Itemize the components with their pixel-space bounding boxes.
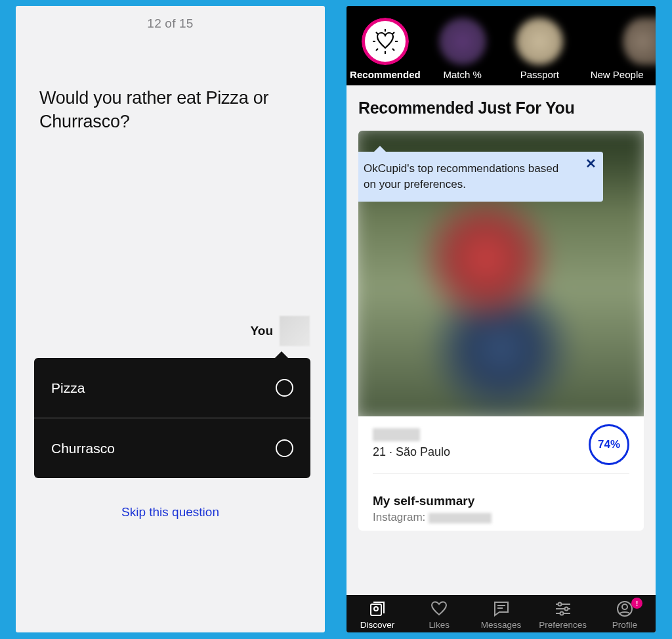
tab-thumb <box>516 18 563 65</box>
svg-point-17 <box>560 612 563 615</box>
info-tooltip: OkCupid's top recommendations based on y… <box>358 152 603 202</box>
tab-recommended[interactable]: Recommended <box>346 18 424 80</box>
match-percent-badge: 74% <box>589 424 629 465</box>
user-indicator: You <box>251 316 310 346</box>
answer-label: Churrasco <box>51 441 115 456</box>
skip-question-link[interactable]: Skip this question <box>16 505 325 519</box>
redacted-text <box>429 513 492 523</box>
heart-icon <box>408 599 470 619</box>
close-icon[interactable]: ✕ <box>585 157 597 170</box>
discover-screen: Recommended Match % Passport New People … <box>346 6 656 632</box>
nav-profile[interactable]: ! Profile <box>594 599 656 630</box>
answer-option-churrasco[interactable]: Churrasco <box>34 418 310 478</box>
svg-point-9 <box>374 607 378 611</box>
nav-label: Messages <box>481 620 522 630</box>
tab-thumb <box>439 18 486 65</box>
nav-label: Likes <box>429 620 450 630</box>
tab-passport[interactable]: Passport <box>501 18 579 80</box>
svg-point-15 <box>564 607 568 611</box>
radio-icon <box>276 379 293 397</box>
message-icon <box>470 599 532 619</box>
recommended-heart-icon <box>362 18 409 65</box>
svg-point-13 <box>558 603 561 606</box>
you-label: You <box>251 324 273 338</box>
divider <box>373 474 629 474</box>
tab-label: Recommended <box>350 69 421 80</box>
profile-name-redacted <box>373 428 420 441</box>
svg-line-6 <box>376 49 378 51</box>
avatar <box>280 316 310 346</box>
radio-icon <box>276 439 293 457</box>
bottom-nav: Discover Likes Messages <box>346 595 656 632</box>
nav-preferences[interactable]: Preferences <box>532 599 594 630</box>
answer-option-pizza[interactable]: Pizza <box>34 358 310 418</box>
tab-new-people[interactable]: New People <box>578 18 656 80</box>
progress-counter: 12 of 15 <box>16 6 325 31</box>
top-tabs: Recommended Match % Passport New People <box>346 6 656 85</box>
tab-match-percent[interactable]: Match % <box>424 18 501 80</box>
nav-label: Profile <box>612 620 637 630</box>
profile-icon <box>594 599 656 619</box>
discover-icon <box>346 599 408 619</box>
section-title: Recommended Just For You <box>358 99 644 118</box>
svg-point-19 <box>622 604 627 609</box>
self-summary-text: Instagram: <box>358 511 644 531</box>
profile-card-body: 21 · São Paulo 74% <box>358 416 644 482</box>
nav-label: Preferences <box>539 620 587 630</box>
svg-line-4 <box>376 32 378 34</box>
nav-discover[interactable]: Discover <box>346 599 408 630</box>
notification-badge: ! <box>631 598 642 609</box>
question-screen: 12 of 15 Would you rather eat Pizza or C… <box>16 6 325 632</box>
profile-card[interactable]: OkCupid's top recommendations based on y… <box>358 131 644 531</box>
answer-group: Pizza Churrasco <box>34 358 310 478</box>
content-area[interactable]: Recommended Just For You OkCupid's top r… <box>346 85 656 595</box>
tooltip-text: OkCupid's top recommendations based on y… <box>364 162 558 190</box>
tab-label: New People <box>591 69 644 80</box>
svg-line-7 <box>392 32 394 34</box>
self-summary-heading: My self-summary <box>358 482 644 511</box>
tab-thumb <box>623 18 656 65</box>
svg-rect-8 <box>371 604 381 615</box>
nav-messages[interactable]: Messages <box>470 599 532 630</box>
svg-line-5 <box>392 49 394 51</box>
tab-label: Passport <box>520 69 559 80</box>
nav-likes[interactable]: Likes <box>408 599 470 630</box>
nav-label: Discover <box>360 620 395 630</box>
tab-label: Match % <box>443 69 481 80</box>
sliders-icon <box>532 599 594 619</box>
answer-label: Pizza <box>51 380 85 396</box>
question-text: Would you rather eat Pizza or Churrasco? <box>16 31 325 134</box>
